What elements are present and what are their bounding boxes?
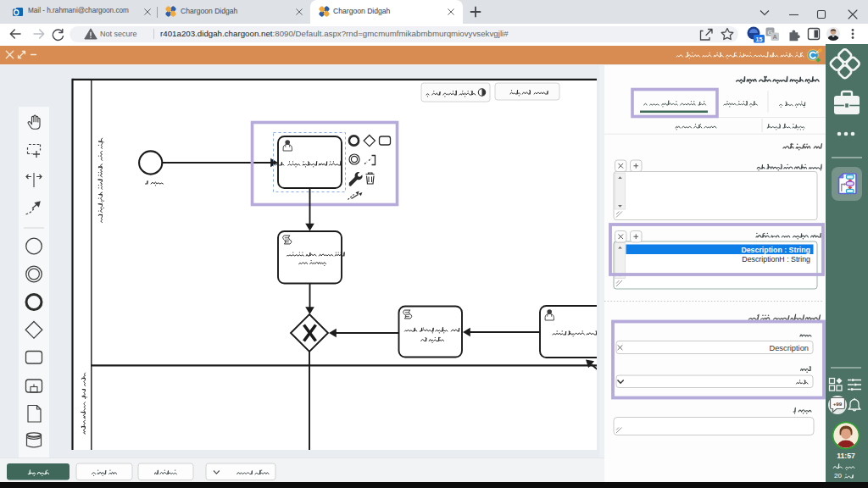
- svg-text:+99: +99: [833, 401, 843, 407]
- svg-text:Description: Description: [769, 344, 809, 352]
- svg-text:Description : String: Description : String: [741, 246, 810, 254]
- svg-text:DescriptionH : String: DescriptionH : String: [742, 255, 810, 263]
- svg-text:A: A: [773, 34, 777, 40]
- svg-text:15: 15: [756, 36, 763, 42]
